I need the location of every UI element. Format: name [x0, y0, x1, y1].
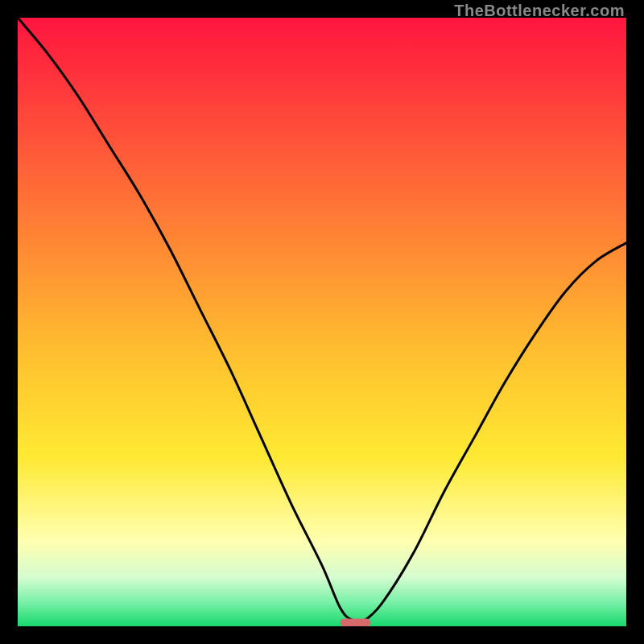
gradient-background: [18, 18, 626, 626]
chart-container: TheBottlenecker.com: [0, 0, 644, 644]
plot-area: [18, 18, 626, 626]
bottleneck-chart: [18, 18, 626, 626]
optimum-marker: [341, 618, 371, 626]
